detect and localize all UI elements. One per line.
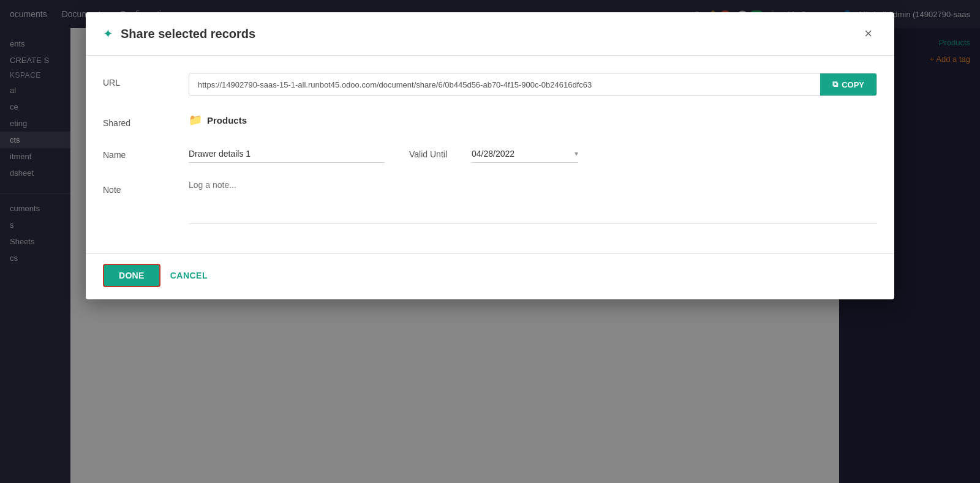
url-input-wrapper: ⧉ COPY (189, 73, 877, 96)
date-chevron-icon: ▾ (575, 149, 578, 158)
url-content: ⧉ COPY (189, 73, 877, 96)
valid-until-input[interactable] (472, 149, 570, 159)
shared-content: 📁 Products (189, 113, 877, 127)
url-label: URL (103, 73, 176, 88)
url-row: URL ⧉ COPY (103, 73, 877, 96)
date-input-wrapper: ▾ (472, 145, 578, 163)
name-row: Name Valid Until ▾ (103, 145, 877, 163)
valid-until-label: Valid Until (409, 149, 447, 159)
shared-label: Shared (103, 113, 176, 128)
note-textarea[interactable] (189, 180, 300, 217)
shared-folder: 📁 Products (189, 113, 247, 127)
share-icon: ✦ (103, 26, 113, 41)
modal-title: Share selected records (121, 27, 255, 41)
name-content: Valid Until ▾ (189, 145, 877, 163)
modal-header: ✦ Share selected records × (86, 12, 894, 56)
folder-icon: 📁 (189, 113, 202, 127)
note-content (189, 180, 877, 224)
note-row: Note (103, 180, 877, 224)
cancel-button[interactable]: CANCEL (170, 271, 208, 280)
shared-folder-name: Products (207, 115, 247, 125)
note-area-wrapper (189, 180, 877, 224)
name-input[interactable] (189, 145, 385, 163)
shared-row: Shared 📁 Products (103, 113, 877, 128)
url-input[interactable] (189, 73, 820, 95)
modal-body: URL ⧉ COPY Shared 📁 (86, 56, 894, 253)
name-valid-row: Valid Until ▾ (189, 145, 877, 163)
copy-icon: ⧉ (832, 80, 838, 89)
modal-overlay: ✦ Share selected records × URL ⧉ COPY (0, 0, 980, 483)
done-button[interactable]: DONE (103, 264, 160, 287)
note-label: Note (103, 180, 176, 195)
share-modal: ✦ Share selected records × URL ⧉ COPY (86, 12, 894, 299)
copy-button[interactable]: ⧉ COPY (820, 73, 876, 95)
modal-footer: DONE CANCEL (86, 253, 894, 299)
modal-close-button[interactable]: × (859, 24, 877, 43)
name-label: Name (103, 145, 176, 160)
